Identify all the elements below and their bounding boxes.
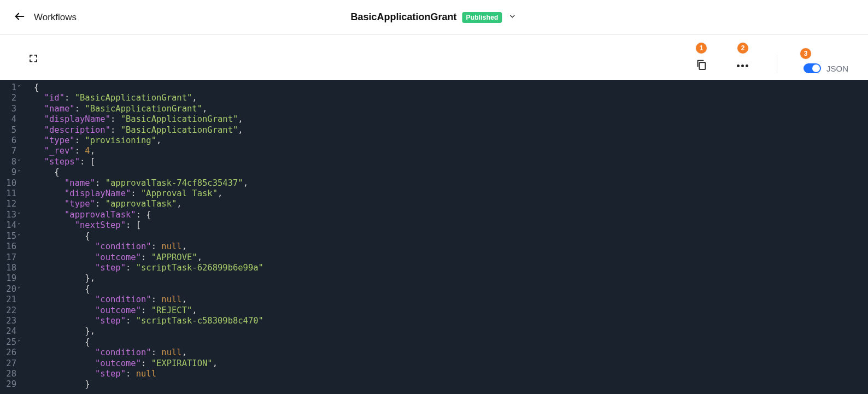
fold-marker[interactable]: ˅ xyxy=(17,167,23,178)
code-content: "type": "provisioning", xyxy=(23,136,161,146)
fold-marker[interactable]: ˅ xyxy=(17,284,23,295)
topbar: Workflows BasicApplicationGrant Publishe… xyxy=(0,0,868,35)
gutter-line-number: 1 xyxy=(0,83,17,93)
code-content: "displayName": "Approval Task", xyxy=(23,189,222,199)
ellipsis-icon xyxy=(737,64,748,67)
gutter-line-number: 18 xyxy=(0,263,17,273)
code-content: "name": "BasicApplicationGrant", xyxy=(23,104,207,114)
page-title: BasicApplicationGrant xyxy=(350,11,456,23)
code-content: "id": "BasicApplicationGrant", xyxy=(23,93,197,103)
code-editor[interactable]: 1˅{2 "id": "BasicApplicationGrant",3 "na… xyxy=(0,80,868,394)
svg-rect-1 xyxy=(699,62,705,69)
code-line: 8˅ "steps": [ xyxy=(0,157,868,167)
annotation-3: 3 xyxy=(800,48,811,59)
code-line: 21 "condition": null, xyxy=(0,295,868,305)
fold-marker[interactable]: ˅ xyxy=(17,157,23,167)
code-content: "condition": null, xyxy=(23,242,187,252)
code-line: 17 "outcome": "APPROVE", xyxy=(0,252,868,263)
fold-marker[interactable]: ˅ xyxy=(17,83,23,93)
code-line: 18 "step": "scriptTask-626899b6e99a" xyxy=(0,263,868,273)
arrow-left-icon xyxy=(14,10,26,25)
code-line: 29 } xyxy=(0,379,868,390)
fullscreen-button[interactable] xyxy=(28,54,39,64)
code-line: 13˅ "approvalTask": { xyxy=(0,210,868,220)
code-content: { xyxy=(23,337,90,348)
gutter-line-number: 2 xyxy=(0,93,17,103)
toolbar: 1 2 3 xyxy=(0,35,868,80)
code-line: 19 }, xyxy=(0,273,868,284)
code-content: { xyxy=(23,167,60,178)
code-line: 23 "step": "scriptTask-c58309b8c470" xyxy=(0,316,868,326)
annotation-2: 2 xyxy=(737,43,748,54)
toggle-knob xyxy=(812,64,820,72)
code-content: }, xyxy=(23,326,95,337)
title-menu-button[interactable] xyxy=(508,13,518,22)
gutter-line-number: 14 xyxy=(0,220,17,231)
fullscreen-icon xyxy=(28,56,38,65)
code-content: }, xyxy=(23,273,95,284)
code-content: { xyxy=(23,231,90,242)
code-line: 2 "id": "BasicApplicationGrant", xyxy=(0,93,868,103)
gutter-line-number: 6 xyxy=(0,136,17,146)
title-area: BasicApplicationGrant Published xyxy=(350,11,517,23)
code-line: 10 "name": "approvalTask-74cf85c35437", xyxy=(0,178,868,189)
json-toggle-wrap: JSON xyxy=(804,63,848,73)
breadcrumb[interactable]: Workflows xyxy=(34,12,77,23)
code-line: 11 "displayName": "Approval Task", xyxy=(0,189,868,199)
gutter-line-number: 13 xyxy=(0,210,17,220)
code-line: 4 "displayName": "BasicApplicationGrant"… xyxy=(0,114,868,125)
json-toggle-label: JSON xyxy=(826,64,848,73)
gutter-line-number: 23 xyxy=(0,316,17,326)
annotation-1: 1 xyxy=(696,43,707,54)
copy-icon xyxy=(695,58,707,73)
gutter-line-number: 24 xyxy=(0,326,17,337)
code-content: "nextStep": [ xyxy=(23,220,141,231)
gutter-line-number: 5 xyxy=(0,125,17,136)
gutter-line-number: 12 xyxy=(0,199,17,209)
copy-button[interactable] xyxy=(694,58,709,73)
gutter-line-number: 22 xyxy=(0,305,17,316)
gutter-line-number: 28 xyxy=(0,369,17,379)
code-content: "outcome": "APPROVE", xyxy=(23,252,202,263)
code-line: 20˅ { xyxy=(0,284,868,295)
code-line: 5 "description": "BasicApplicationGrant"… xyxy=(0,125,868,136)
code-content: "condition": null, xyxy=(23,348,187,358)
fold-marker[interactable]: ˅ xyxy=(17,337,23,348)
code-content: "steps": [ xyxy=(23,157,95,167)
code-line: 6 "type": "provisioning", xyxy=(0,136,868,146)
gutter-line-number: 29 xyxy=(0,379,17,390)
code-line: 25˅ { xyxy=(0,337,868,348)
gutter-line-number: 20 xyxy=(0,284,17,295)
more-button[interactable] xyxy=(735,58,750,73)
code-line: 27 "outcome": "EXPIRATION", xyxy=(0,358,868,369)
code-content: "type": "approvalTask", xyxy=(23,199,182,209)
gutter-line-number: 9 xyxy=(0,167,17,178)
back-button[interactable] xyxy=(13,11,26,24)
code-content: "step": "scriptTask-626899b6e99a" xyxy=(23,263,263,273)
code-content: "step": "scriptTask-c58309b8c470" xyxy=(23,316,263,326)
gutter-line-number: 16 xyxy=(0,242,17,252)
gutter-line-number: 15 xyxy=(0,231,17,242)
code-line: 28 "step": null xyxy=(0,369,868,379)
gutter-line-number: 17 xyxy=(0,252,17,263)
gutter-line-number: 26 xyxy=(0,348,17,358)
json-toggle-slot: 3 JSON xyxy=(804,63,848,73)
code-content: } xyxy=(23,379,90,390)
fold-marker[interactable]: ˅ xyxy=(17,220,23,231)
code-line: 1˅{ xyxy=(0,83,868,93)
code-content: "outcome": "REJECT", xyxy=(23,305,197,316)
code-line: 16 "condition": null, xyxy=(0,242,868,252)
json-toggle[interactable] xyxy=(804,63,821,73)
code-content: "outcome": "EXPIRATION", xyxy=(23,358,218,369)
code-line: 9˅ { xyxy=(0,167,868,178)
code-content: "condition": null, xyxy=(23,295,187,305)
code-content: "description": "BasicApplicationGrant", xyxy=(23,125,243,136)
code-content: "_rev": 4, xyxy=(23,146,95,156)
code-line: 22 "outcome": "REJECT", xyxy=(0,305,868,316)
fold-marker[interactable]: ˅ xyxy=(17,210,23,220)
code-content: "step": null xyxy=(23,369,156,379)
code-line: 26 "condition": null, xyxy=(0,348,868,358)
gutter-line-number: 25 xyxy=(0,337,17,348)
chevron-down-icon xyxy=(509,13,517,22)
fold-marker[interactable]: ˅ xyxy=(17,231,23,242)
